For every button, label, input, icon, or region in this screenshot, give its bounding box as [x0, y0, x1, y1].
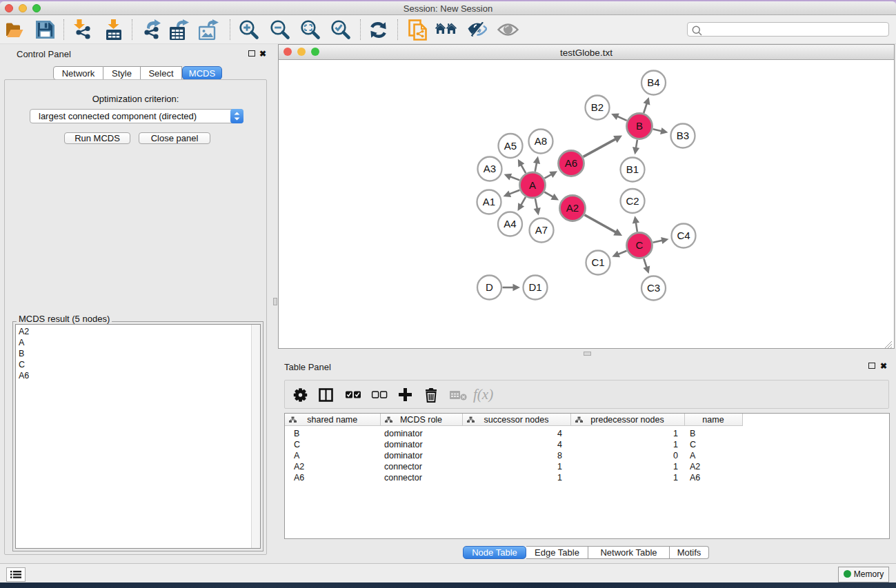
svg-text:A: A [529, 179, 536, 191]
svg-text:D: D [486, 281, 493, 293]
svg-text:B3: B3 [677, 130, 689, 141]
svg-text:C1: C1 [591, 256, 604, 268]
svg-text:C2: C2 [626, 195, 639, 207]
svg-text:B1: B1 [626, 163, 639, 175]
svg-text:A8: A8 [535, 135, 547, 147]
svg-text:A4: A4 [504, 218, 516, 230]
svg-text:D1: D1 [528, 281, 541, 293]
svg-text:A1: A1 [483, 196, 495, 207]
svg-text:B: B [636, 120, 643, 132]
svg-text:B4: B4 [647, 77, 659, 88]
svg-text:A6: A6 [565, 157, 577, 169]
svg-text:C3: C3 [647, 282, 660, 294]
svg-text:C4: C4 [677, 230, 690, 241]
svg-text:C: C [636, 239, 644, 251]
svg-text:A3: A3 [484, 163, 496, 174]
svg-text:A7: A7 [535, 224, 548, 236]
svg-text:B2: B2 [591, 101, 604, 113]
svg-text:A5: A5 [504, 140, 517, 152]
svg-text:A2: A2 [566, 202, 579, 214]
